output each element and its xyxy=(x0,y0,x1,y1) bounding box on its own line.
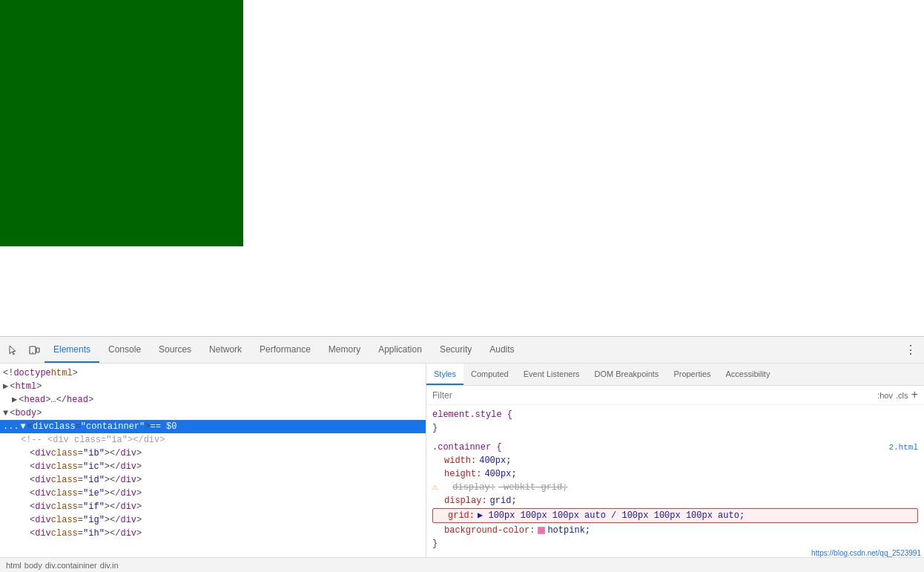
tab-network[interactable]: Network xyxy=(200,337,251,363)
device-toolbar-icon[interactable] xyxy=(24,340,44,361)
tab-application[interactable]: Application xyxy=(369,337,431,363)
styles-panel: Styles Computed Event Listeners DOM Brea… xyxy=(426,364,924,557)
tab-security[interactable]: Security xyxy=(431,337,481,363)
browser-viewport xyxy=(0,0,924,336)
filter-hov-button[interactable]: :hov xyxy=(877,391,893,400)
html-line-html: ▶ <html> xyxy=(0,380,426,393)
html-line-ic: <div class="ic" ></div> xyxy=(0,460,426,473)
html-line-comment: <!-- <div class="ia"></div> xyxy=(0,433,426,447)
sub-tab-properties[interactable]: Properties xyxy=(666,364,718,385)
css-prop-width: width: 400px; xyxy=(432,454,918,467)
sub-tabs: Styles Computed Event Listeners DOM Brea… xyxy=(426,364,924,386)
select-element-icon[interactable] xyxy=(3,340,24,361)
html-line-div-containner[interactable]: ... ▼ <div class="containner" > == $0 xyxy=(0,420,426,433)
url-bar: https://blog.csdn.net/qq_2523991 xyxy=(811,549,921,557)
color-swatch-hotpink[interactable] xyxy=(538,527,545,534)
css-selector-containner: .containner { xyxy=(432,441,502,454)
sub-tab-dom-breakpoints[interactable]: DOM Breakpoints xyxy=(587,364,667,385)
css-prop-height: height: 400px; xyxy=(432,467,918,481)
filter-input[interactable] xyxy=(432,390,874,401)
svg-rect-1 xyxy=(36,348,39,352)
css-prop-grid: grid: ▶ 100px 100px 100px auto / 100px 1… xyxy=(432,508,918,523)
warning-icon: ⚠ xyxy=(432,481,438,494)
expand-html[interactable]: ▶ xyxy=(3,380,8,393)
css-rule-containner: .containner { 2.html width: 400px; heigh… xyxy=(432,441,918,550)
css-prop-display-grid: display: grid; xyxy=(432,494,918,507)
tab-console[interactable]: Console xyxy=(99,337,150,363)
tab-performance[interactable]: Performance xyxy=(251,337,320,363)
html-line-id: <div class="id" ></div> xyxy=(0,473,426,487)
css-rules: element.style { } .containner { 2.html w… xyxy=(426,405,924,557)
expand-head[interactable]: ▶ xyxy=(12,393,17,407)
css-prop-background-color: background-color: hotpink; xyxy=(432,524,918,537)
breadcrumb-bar: html body div.containiner div.in https:/… xyxy=(0,557,924,572)
css-selector-element-style: element.style { xyxy=(432,408,512,421)
sub-tab-accessibility[interactable]: Accessibility xyxy=(719,364,778,385)
css-rule-element-style: element.style { } xyxy=(432,408,918,435)
sub-tab-event-listeners[interactable]: Event Listeners xyxy=(516,364,587,385)
tab-sources[interactable]: Sources xyxy=(150,337,200,363)
html-line-ig: <div class="ig" ></div> xyxy=(0,513,426,527)
css-prop-display-webkit: ⚠ display: -webkit-grid; xyxy=(432,481,918,494)
html-line-ie: <div class="ie" ></div> xyxy=(0,487,426,500)
devtools-toolbar: Elements Console Sources Network Perform… xyxy=(0,337,924,364)
html-line-ib: <div class="ib" ></div> xyxy=(0,447,426,460)
html-line-doctype: <!doctype html> xyxy=(0,366,426,380)
html-line-body: ▼ <body> xyxy=(0,407,426,420)
html-tree[interactable]: <!doctype html> ▶ <html> ▶ <head> … </he… xyxy=(0,364,426,557)
more-options-button[interactable]: ⋮ xyxy=(900,340,921,361)
tab-memory[interactable]: Memory xyxy=(320,337,369,363)
devtools-panel: Elements Console Sources Network Perform… xyxy=(0,336,924,572)
devtools-content: <!doctype html> ▶ <html> ▶ <head> … </he… xyxy=(0,364,924,557)
filter-bar: :hov .cls + xyxy=(426,386,924,405)
devtools-tabs: Elements Console Sources Network Perform… xyxy=(44,337,524,363)
breadcrumb-html[interactable]: html xyxy=(6,561,22,570)
sub-tab-computed[interactable]: Computed xyxy=(463,364,516,385)
breadcrumb-div-containiner[interactable]: div.containiner xyxy=(45,561,97,570)
elements-panel: <!doctype html> ▶ <html> ▶ <head> … </he… xyxy=(0,364,426,557)
html-line-if: <div class="if" ></div> xyxy=(0,500,426,513)
tab-audits[interactable]: Audits xyxy=(481,337,523,363)
css-source-link[interactable]: 2.html xyxy=(888,441,918,454)
breadcrumb-body[interactable]: body xyxy=(24,561,42,570)
filter-cls-button[interactable]: .cls xyxy=(896,391,908,400)
svg-point-2 xyxy=(32,352,33,353)
breadcrumb-div-in[interactable]: div.in xyxy=(100,561,119,570)
html-line-head: ▶ <head> … </head> xyxy=(0,393,426,407)
tab-elements[interactable]: Elements xyxy=(44,337,99,363)
sub-tab-styles[interactable]: Styles xyxy=(426,364,463,385)
html-line-ih: <div class="ih" ></div> xyxy=(0,527,426,540)
green-box xyxy=(0,0,243,246)
add-style-rule-button[interactable]: + xyxy=(911,389,918,402)
